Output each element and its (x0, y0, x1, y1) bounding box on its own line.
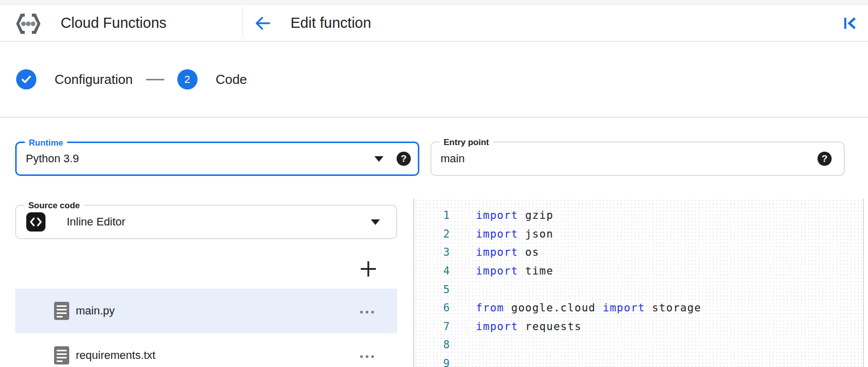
page-title: Edit function (291, 5, 371, 41)
file-menu-more-icon[interactable] (357, 351, 377, 360)
code-text: import json (476, 228, 553, 240)
app-title: Cloud Functions (61, 5, 167, 41)
add-file-button[interactable] (356, 257, 380, 281)
step-connector (146, 79, 164, 80)
line-number: 6 (414, 302, 450, 314)
code-line[interactable]: 6from google.cloud import storage (414, 299, 863, 317)
file-menu-more-icon[interactable] (357, 306, 377, 315)
code-text: import os (476, 246, 540, 258)
line-number: 8 (414, 339, 450, 351)
file-list: main.pyrequirements.txt (15, 289, 397, 367)
step-label: Code (216, 72, 247, 87)
line-number: 2 (414, 228, 450, 240)
file-name: main.py (76, 304, 115, 317)
checkmark-icon (21, 74, 32, 85)
code-editor[interactable]: 1import gzip2import json3import os4impor… (413, 199, 863, 367)
top-strip (0, 0, 868, 5)
line-number: 1 (414, 209, 450, 221)
step-number: 2 (184, 73, 190, 85)
cloud-functions-logo-icon (14, 10, 42, 38)
back-arrow-icon[interactable] (254, 14, 272, 32)
code-line[interactable]: 8 (414, 336, 863, 354)
dropdown-caret-icon (371, 219, 380, 225)
cloud-functions-edit-page: Cloud Functions Edit function Configurat… (0, 0, 868, 367)
code-text: import requests (476, 320, 582, 333)
code-text: from google.cloud import storage (476, 302, 701, 314)
header-divider (243, 8, 243, 38)
code-line[interactable]: 9 (414, 354, 863, 367)
step-number-circle: 2 (177, 69, 198, 89)
code-lines: 1import gzip2import json3import os4impor… (414, 199, 863, 367)
step-code[interactable]: 2 Code (177, 69, 247, 89)
line-number: 5 (414, 284, 450, 296)
inline-editor-icon (26, 212, 45, 232)
step-complete-circle (16, 69, 36, 89)
step-label: Configuration (55, 72, 133, 87)
step-configuration[interactable]: Configuration (16, 69, 133, 89)
dropdown-caret-icon (374, 156, 383, 162)
runtime-value: Python 3.9 (26, 143, 79, 174)
plus-icon (358, 259, 378, 279)
file-name: requirements.txt (76, 349, 156, 362)
source-code-select[interactable]: Source code Inline Editor (15, 205, 397, 239)
entry-point-value: main (441, 143, 465, 175)
stepper: Configuration 2 Code (0, 42, 868, 118)
line-number: 4 (414, 265, 450, 277)
file-document-icon (54, 302, 69, 320)
code-line[interactable]: 5 (414, 280, 863, 299)
line-number: 3 (414, 246, 450, 258)
entry-point-help-icon[interactable]: ? (817, 152, 832, 166)
code-line[interactable]: 4import time (414, 262, 863, 281)
file-row-main.py[interactable]: main.py (15, 289, 397, 333)
code-text: import time (476, 265, 553, 277)
line-number: 7 (414, 320, 450, 333)
code-text: import gzip (476, 209, 553, 221)
code-line[interactable]: 7import requests (414, 317, 863, 336)
collapse-panel-icon[interactable] (841, 14, 859, 32)
code-brackets-icon (29, 216, 42, 227)
entry-point-input[interactable]: Entry point main ? (430, 142, 845, 176)
code-line[interactable]: 3import os (414, 243, 863, 262)
code-line[interactable]: 2import json (414, 225, 863, 244)
line-number: 9 (414, 357, 450, 367)
header: Cloud Functions Edit function (0, 5, 868, 42)
runtime-help-icon[interactable]: ? (397, 152, 411, 166)
file-document-icon (54, 346, 69, 364)
runtime-select[interactable]: Runtime Python 3.9 ? (15, 142, 419, 176)
editor-scrollbar[interactable] (863, 199, 868, 367)
file-row-requirements.txt[interactable]: requirements.txt (15, 333, 397, 367)
source-code-value: Inline Editor (67, 206, 125, 238)
code-line[interactable]: 1import gzip (414, 206, 863, 225)
